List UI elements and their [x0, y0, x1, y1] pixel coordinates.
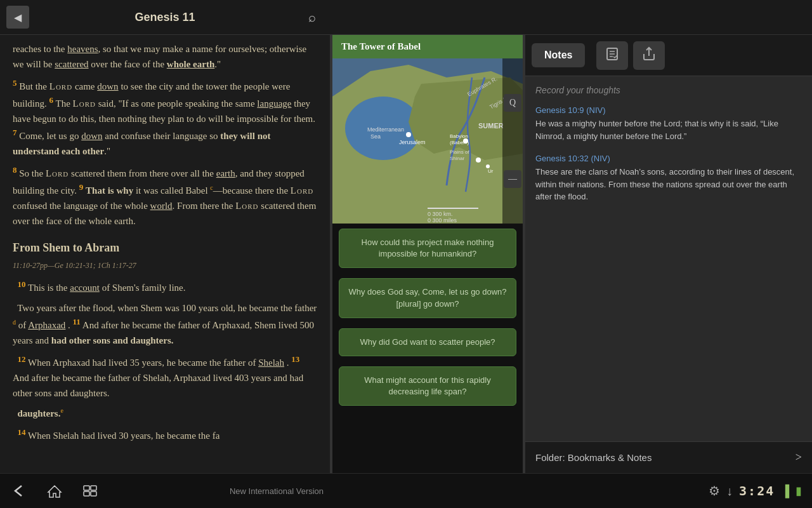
notes-tab[interactable]: Notes	[532, 43, 585, 67]
version-label: New International Version	[230, 486, 324, 496]
verse-num-13: 13	[291, 354, 299, 364]
note-ref-2: Genesis 10:32 (NIV)	[535, 154, 802, 163]
svg-text:Plains of: Plains of	[450, 149, 469, 155]
verse-12: 12 When Arphaxad had lived 35 years, he …	[13, 353, 317, 401]
search-icon: ⌕	[308, 10, 316, 25]
bible-header: ◀ Genesis 11 ⌕	[0, 6, 330, 29]
sub-heading: 11:10-27pp—Ge 10:21-31; 1Ch 1:17-27	[13, 260, 317, 272]
back-button[interactable]	[6, 478, 32, 504]
notes-placeholder: Record your thoughts	[535, 85, 802, 95]
svg-text:Jerusalem: Jerusalem	[399, 139, 426, 145]
svg-text:Sea: Sea	[370, 133, 381, 140]
signal-icon: ▐	[781, 485, 789, 498]
map-toolbar: Q —	[502, 58, 523, 224]
header-bar: ◀ Genesis 11 ⌕	[0, 0, 812, 35]
map-header: The Tower of Babel	[332, 35, 523, 58]
verse-num-10: 10	[18, 279, 26, 289]
verse-num-5: 5	[13, 78, 17, 88]
bookmark-list-button[interactable]	[596, 41, 628, 70]
folder-arrow: >	[796, 451, 802, 464]
bottom-left-section: New International Version	[0, 474, 520, 508]
battery-icon: ▮	[796, 484, 802, 498]
svg-point-4	[406, 132, 411, 137]
svg-rect-30	[84, 491, 89, 496]
verse-14: 14 When Shelah had lived 30 years, he be…	[13, 426, 317, 443]
note-text-1: He was a mighty hunter before the Lord; …	[535, 117, 802, 142]
verse-num-7: 7	[13, 128, 17, 137]
bottom-nav-buttons	[6, 478, 103, 504]
chapter-title: Genesis 11	[29, 11, 301, 24]
verse-intro: reaches to the heavens, so that we may m…	[13, 41, 317, 72]
note-entry-2: Genesis 10:32 (NIV) These are the clans …	[535, 154, 802, 203]
svg-rect-29	[91, 486, 96, 490]
home-button[interactable]	[42, 478, 67, 504]
verse-num-6: 6	[49, 95, 54, 105]
map-svg: Mediterranean Sea Jerusalem Babylon (Bab…	[332, 58, 523, 224]
bookmark-list-icon	[605, 46, 620, 64]
verse-num-12: 12	[18, 354, 26, 364]
verse-8: 8 So the Lord scattered them from there …	[13, 164, 317, 229]
svg-text:Babylon: Babylon	[450, 133, 468, 139]
verse-10: 10 This is the account of Shem's family …	[13, 278, 317, 295]
map-info-button[interactable]: —	[504, 170, 521, 188]
verse-num-14: 14	[18, 427, 26, 437]
prev-chapter-button[interactable]: ◀	[6, 6, 29, 29]
notes-footer[interactable]: Folder: Bookmarks & Notes >	[525, 441, 812, 473]
svg-text:0        300 km.: 0 300 km.	[428, 211, 453, 217]
svg-text:Mediterranean: Mediterranean	[367, 126, 404, 133]
status-bar: ⚙ ↓ 3:24 ▐ ▮	[520, 474, 812, 508]
note-ref-1: Genesis 10:9 (NIV)	[535, 105, 802, 115]
question-card-2[interactable]: Why does God say, Come, let us go down? …	[339, 278, 516, 318]
question-card-4[interactable]: What might account for this rapidly decr…	[339, 366, 516, 406]
svg-text:0        300 miles: 0 300 miles	[428, 217, 457, 224]
bible-text-panel: reaches to the heavens, so that we may m…	[0, 35, 330, 473]
map-zoom-button[interactable]: Q	[504, 94, 521, 112]
svg-text:Shinar: Shinar	[450, 156, 464, 161]
svg-rect-19	[428, 208, 478, 209]
svg-point-6	[476, 157, 481, 163]
verse-num-8: 8	[13, 165, 17, 175]
note-entry-1: Genesis 10:9 (NIV) He was a mighty hunte…	[535, 105, 802, 142]
share-icon	[641, 46, 657, 64]
map-container: Mediterranean Sea Jerusalem Babylon (Bab…	[332, 58, 523, 224]
verse-daughters: daughters.e	[13, 406, 317, 421]
svg-rect-28	[84, 486, 89, 490]
share-button[interactable]	[633, 41, 665, 70]
verse-5: 5 But the Lord came down to see the city…	[13, 77, 317, 159]
download-icon: ↓	[726, 484, 733, 498]
svg-rect-31	[91, 491, 96, 496]
main-area: reaches to the heavens, so that we may m…	[0, 35, 812, 473]
svg-marker-27	[48, 486, 61, 497]
question-card-1[interactable]: How could this project make nothing impo…	[339, 229, 516, 268]
section-heading: From Shem to Abram	[13, 239, 317, 257]
svg-text:Ur: Ur	[488, 168, 494, 174]
question-card-3[interactable]: Why did God want to scatter people?	[339, 328, 516, 356]
clock: 3:24	[739, 483, 775, 498]
svg-text:SUMER: SUMER	[478, 122, 504, 130]
notes-content: Record your thoughts Genesis 10:9 (NIV) …	[525, 76, 812, 441]
svg-text:(Babel?): (Babel?)	[450, 140, 469, 145]
notes-panel: Notes	[525, 35, 812, 473]
middle-panel: The Tower of Babel M	[332, 35, 523, 473]
notes-toolbar: Notes	[525, 35, 812, 76]
bottom-combined-bar: New International Version ⚙ ↓ 3:24 ▐ ▮	[0, 473, 812, 508]
folder-label: Folder: Bookmarks & Notes	[535, 452, 796, 463]
windows-button[interactable]	[77, 478, 103, 504]
note-text-2: These are the clans of Noah’s sons, acco…	[535, 166, 802, 203]
settings-icon: ⚙	[709, 483, 720, 498]
search-button[interactable]: ⌕	[301, 6, 324, 29]
verse-num-9: 9	[79, 182, 84, 192]
verse-flood: Two years after the flood, when Shem was…	[13, 300, 317, 348]
verse-num-11: 11	[73, 317, 81, 326]
